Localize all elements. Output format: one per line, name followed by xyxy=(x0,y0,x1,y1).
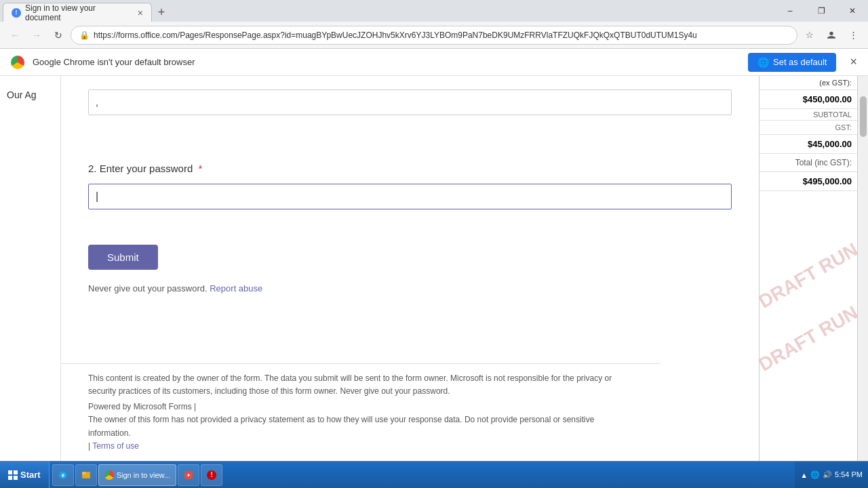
set-default-label: Set as default xyxy=(773,57,827,67)
set-default-button[interactable]: 🌐 Set as default xyxy=(748,53,837,72)
virus-taskbar-button[interactable]: ! xyxy=(201,464,222,486)
side-label: Our Ag xyxy=(0,76,61,461)
tray-volume-icon[interactable]: 🔊 xyxy=(823,470,832,479)
chrome-taskbar-icon xyxy=(104,470,114,480)
new-tab-button[interactable]: + xyxy=(152,3,171,22)
ie-icon: e xyxy=(58,470,68,480)
warning-area: Never give out your password. Report abu… xyxy=(88,283,732,293)
svg-rect-1 xyxy=(8,470,12,474)
svg-rect-3 xyxy=(8,476,12,480)
ie-taskbar-button[interactable]: e xyxy=(52,464,74,486)
navigation-bar: ← → ↻ 🔒 https://forms.office.com/Pages/R… xyxy=(0,22,868,49)
submit-button[interactable]: Submit xyxy=(88,245,158,270)
report-abuse-link[interactable]: Report abuse xyxy=(210,283,262,293)
form-panel: 2. Enter your password * Submit Never gi… xyxy=(61,76,759,461)
side-label-text: Our Ag xyxy=(7,89,37,100)
tray-time-display: 5:54 PM xyxy=(835,470,863,479)
menu-button[interactable]: ⋮ xyxy=(844,26,863,45)
question2-label: 2. Enter your password * xyxy=(88,161,732,176)
warning-text: Never give out your password. xyxy=(88,283,208,293)
chrome-taskbar-button[interactable]: Sign in to view... xyxy=(98,464,177,486)
default-banner-text: Google Chrome isn't your default browser xyxy=(33,57,740,67)
explorer-icon xyxy=(81,470,91,480)
question1-input[interactable] xyxy=(88,89,732,115)
question1-input-wrapper xyxy=(88,83,732,115)
banner-close-button[interactable]: × xyxy=(850,55,857,69)
window-controls: – ❐ ✕ xyxy=(774,0,868,22)
profile-button[interactable] xyxy=(822,26,841,45)
maximize-button[interactable]: ❐ xyxy=(806,0,837,22)
label1: SUBTOTAL xyxy=(760,109,857,121)
windows-logo-icon xyxy=(8,470,18,480)
svg-rect-8 xyxy=(82,472,85,474)
svg-rect-4 xyxy=(14,476,18,480)
question2-required: * xyxy=(198,163,202,174)
chrome-taskbar-label: Sign in to view... xyxy=(117,471,171,479)
explorer-taskbar-button[interactable] xyxy=(75,464,97,486)
scrollbar[interactable] xyxy=(857,76,868,461)
taskbar: Start e Sign in to view... ! ▲ 🌐 🔊 5:54 … xyxy=(0,461,868,488)
tray-up-icon[interactable]: ▲ xyxy=(800,471,808,479)
footer-links: | Terms of use xyxy=(88,440,633,453)
footer-line2: Powered by Microsoft Forms | xyxy=(88,402,196,411)
amount2-value: $45,000.00 xyxy=(760,135,857,154)
minimize-button[interactable]: – xyxy=(774,0,806,22)
tab-area: f Sign in to view your document × + xyxy=(0,0,174,22)
title-bar: f Sign in to view your document × + – ❐ … xyxy=(0,0,868,22)
right-header: (ex GST): xyxy=(760,76,857,90)
tab-title: Sign in to view your document xyxy=(25,3,134,22)
globe-icon: 🌐 xyxy=(757,57,769,68)
tray-network-icon[interactable]: 🌐 xyxy=(810,470,820,479)
total-value: $495,000.00 xyxy=(760,172,857,191)
virus-icon: ! xyxy=(207,470,216,480)
start-button[interactable]: Start xyxy=(0,462,50,488)
label-gst: GST: xyxy=(760,121,857,135)
total-label: Total (inc GST): xyxy=(760,154,857,172)
page-content: Our Ag 2. Enter your password * xyxy=(0,76,868,461)
right-panel: (ex GST): $450,000.00 SUBTOTAL GST: $45,… xyxy=(759,76,857,461)
page-footer: This content is created by the owner of … xyxy=(61,363,660,461)
chrome-logo xyxy=(11,56,24,69)
back-button[interactable]: ← xyxy=(5,26,24,45)
svg-text:e: e xyxy=(61,472,64,478)
bookmark-button[interactable]: ☆ xyxy=(800,26,819,45)
tray-clock[interactable]: 5:54 PM xyxy=(835,470,863,479)
forward-button[interactable]: → xyxy=(27,26,46,45)
question2-section: 2. Enter your password * xyxy=(88,161,732,209)
browser-window: f Sign in to view your document × + – ❐ … xyxy=(0,0,868,461)
footer-line1: This content is created by the owner of … xyxy=(88,372,633,398)
media-taskbar-button[interactable] xyxy=(178,464,199,486)
watermark1: DRAFT RUN xyxy=(759,239,857,312)
nav-icon-group: ☆ ⋮ xyxy=(800,26,863,45)
footer-line3: The owner of this form has not provided … xyxy=(88,413,633,439)
tab-close-button[interactable]: × xyxy=(138,7,143,18)
taskbar-tray: ▲ 🌐 🔊 5:54 PM xyxy=(795,462,868,488)
watermark2: DRAFT RUN xyxy=(759,302,857,375)
close-button[interactable]: ✕ xyxy=(837,0,868,22)
scrollbar-thumb[interactable] xyxy=(860,96,867,137)
terms-of-use-link[interactable]: Terms of use xyxy=(92,441,139,451)
url-display: https://forms.office.com/Pages/ResponseP… xyxy=(94,30,789,40)
start-label: Start xyxy=(20,470,41,480)
active-tab[interactable]: f Sign in to view your document × xyxy=(3,3,152,22)
taskbar-apps: e Sign in to view... ! xyxy=(50,462,795,488)
question1-section xyxy=(88,83,732,115)
svg-point-0 xyxy=(829,31,833,35)
svg-rect-2 xyxy=(14,470,18,474)
media-icon xyxy=(184,470,193,480)
tab-favicon: f xyxy=(12,8,21,18)
default-browser-banner: Google Chrome isn't your default browser… xyxy=(0,49,868,76)
question2-label-text: 2. Enter your password xyxy=(88,163,193,174)
question2-input[interactable] xyxy=(88,184,732,209)
address-bar[interactable]: 🔒 https://forms.office.com/Pages/Respons… xyxy=(71,26,797,45)
refresh-button[interactable]: ↻ xyxy=(49,26,68,45)
question2-input-wrapper xyxy=(88,184,732,209)
amount1-value: $450,000.00 xyxy=(760,90,857,109)
